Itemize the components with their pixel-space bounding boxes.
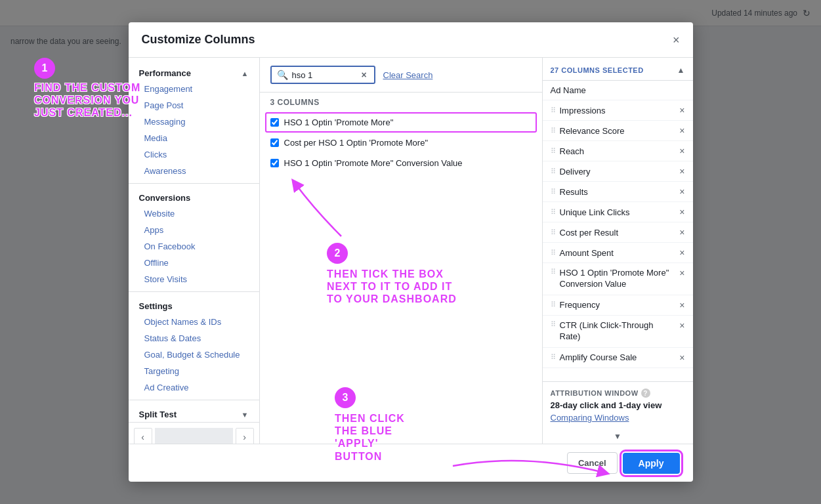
clear-search-button[interactable]: Clear Search bbox=[383, 70, 433, 80]
right-scroll-down: ▼ bbox=[543, 429, 693, 444]
drag-handle-amount-spent: ⠿ bbox=[551, 249, 556, 257]
right-item-unique-link-clicks: ⠿ Unique Link Clicks × bbox=[543, 202, 693, 222]
right-item-cost-per-result: ⠿ Cost per Result × bbox=[543, 222, 693, 243]
right-panel: 27 COLUMNS SELECTED ▲ Ad Name ⠿ Impressi… bbox=[542, 58, 693, 444]
nav-prev-button[interactable]: ‹ bbox=[134, 428, 152, 444]
remove-impressions-button[interactable]: × bbox=[679, 105, 684, 116]
remove-ctr-button[interactable]: × bbox=[679, 320, 684, 331]
remove-amplify-button[interactable]: × bbox=[679, 352, 684, 363]
comparing-windows-link[interactable]: Comparing Windows bbox=[551, 413, 629, 423]
remove-amount-spent-button[interactable]: × bbox=[679, 247, 684, 258]
column-label-1: HSO 1 Optin 'Promote More" bbox=[284, 117, 394, 127]
right-item-hso-conversion: ⠿ HSO 1 Optin 'Promote More" Conversion … bbox=[543, 263, 693, 295]
annotation-text-2: THEN TICK THE BOXNEXT TO IT TO ADD ITTO … bbox=[327, 268, 457, 306]
drag-handle-frequency: ⠿ bbox=[551, 301, 556, 309]
attribution-title: ATTRIBUTION WINDOW ? bbox=[551, 388, 685, 398]
section-header-conversions: Conversions bbox=[129, 188, 259, 205]
drag-handle-results: ⠿ bbox=[551, 188, 556, 196]
attribution-value: 28-day click and 1-day view bbox=[551, 400, 685, 410]
right-item-impressions: ⠿ Impressions × bbox=[543, 100, 693, 121]
nav-apps[interactable]: Apps bbox=[129, 222, 259, 238]
columns-count: 3 COLUMNS bbox=[260, 93, 542, 112]
annotation-text-3: THEN CLICKTHE BLUE'APPLY'BUTTON bbox=[335, 412, 405, 463]
column-label-3: HSO 1 Optin 'Promote More" Conversion Va… bbox=[284, 158, 463, 168]
right-item-name-ad-name: Ad Name bbox=[551, 85, 685, 95]
remove-frequency-button[interactable]: × bbox=[679, 300, 684, 310]
left-panel-nav: ‹ › bbox=[129, 422, 259, 444]
right-item-results: ⠿ Results × bbox=[543, 182, 693, 202]
right-item-name-ctr: CTR (Link Click-Through Rate) bbox=[560, 320, 676, 343]
nav-next-button[interactable]: › bbox=[236, 428, 254, 444]
column-item-2: Cost per HSO 1 Optin 'Promote More" bbox=[265, 133, 537, 153]
modal-body: Performance ▲ Engagement Page Post Messa… bbox=[129, 58, 693, 444]
search-box: 🔍 × bbox=[270, 66, 375, 84]
drag-handle-hso-conversion: ⠿ bbox=[551, 268, 556, 276]
columns-selected-label: 27 COLUMNS SELECTED bbox=[551, 66, 644, 74]
modal-title: Customize Columns bbox=[142, 33, 255, 47]
nav-ad-creative[interactable]: Ad Creative bbox=[129, 379, 259, 396]
nav-divider-3 bbox=[129, 400, 259, 400]
search-input[interactable] bbox=[292, 70, 358, 80]
remove-relevance-button[interactable]: × bbox=[679, 125, 684, 136]
nav-targeting[interactable]: Targeting bbox=[129, 363, 259, 379]
right-item-name-unique-link-clicks: Unique Link Clicks bbox=[560, 207, 676, 217]
remove-results-button[interactable]: × bbox=[679, 186, 684, 197]
nav-pages bbox=[155, 428, 233, 444]
remove-reach-button[interactable]: × bbox=[679, 146, 684, 156]
right-list: Ad Name ⠿ Impressions × ⠿ Relevance Scor… bbox=[543, 81, 693, 381]
nav-on-facebook[interactable]: On Facebook bbox=[129, 238, 259, 255]
drag-handle-unique-link-clicks: ⠿ bbox=[551, 208, 556, 217]
left-panel: Performance ▲ Engagement Page Post Messa… bbox=[129, 58, 260, 444]
drag-handle-cost-per-result: ⠿ bbox=[551, 228, 556, 237]
column-checkbox-2[interactable] bbox=[270, 138, 279, 147]
modal-close-button[interactable]: × bbox=[673, 34, 680, 46]
nav-website[interactable]: Website bbox=[129, 205, 259, 222]
nav-offline[interactable]: Offline bbox=[129, 255, 259, 271]
nav-messaging[interactable]: Messaging bbox=[129, 114, 259, 130]
nav-store-visits[interactable]: Store Visits bbox=[129, 271, 259, 287]
middle-panel: 🔍 × Clear Search 3 COLUMNS HSO 1 Optin '… bbox=[260, 58, 542, 444]
nav-awareness[interactable]: Awareness bbox=[129, 163, 259, 179]
drag-handle-ctr: ⠿ bbox=[551, 320, 556, 329]
right-item-name-reach: Reach bbox=[560, 146, 676, 156]
column-label-2: Cost per HSO 1 Optin 'Promote More" bbox=[284, 138, 429, 148]
nav-divider-1 bbox=[129, 183, 259, 184]
right-scroll-up-icon: ▲ bbox=[677, 66, 685, 75]
right-item-name-amplify: Amplify Course Sale bbox=[560, 352, 676, 362]
section-header-split-test: Split Test ▼ bbox=[129, 404, 259, 422]
right-item-amplify: ⠿ Amplify Course Sale × bbox=[543, 348, 693, 368]
remove-cost-per-result-button[interactable]: × bbox=[679, 227, 684, 238]
column-checkbox-3[interactable] bbox=[270, 159, 279, 167]
nav-media[interactable]: Media bbox=[129, 130, 259, 146]
section-header-performance: Performance ▲ bbox=[129, 63, 259, 81]
nav-object-names[interactable]: Object Names & IDs bbox=[129, 314, 259, 330]
right-item-name-cost-per-result: Cost per Result bbox=[560, 228, 676, 238]
nav-status-dates[interactable]: Status & Dates bbox=[129, 330, 259, 346]
right-item-name-amount-spent: Amount Spent bbox=[560, 248, 676, 258]
search-clear-icon[interactable]: × bbox=[362, 70, 367, 80]
annotation-text-1: FIND THE CUSTOMCONVERSION YOUJUST CREATE… bbox=[34, 81, 140, 119]
nav-goal-budget[interactable]: Goal, Budget & Schedule bbox=[129, 346, 259, 363]
right-item-name-results: Results bbox=[560, 187, 676, 197]
attribution-section: ATTRIBUTION WINDOW ? 28-day click and 1-… bbox=[543, 381, 693, 429]
remove-hso-conversion-button[interactable]: × bbox=[679, 268, 684, 278]
scroll-down-arrow: ▼ bbox=[242, 411, 249, 419]
annotation-circle-3: 3 bbox=[335, 387, 356, 408]
right-item-name-impressions: Impressions bbox=[560, 106, 676, 116]
remove-delivery-button[interactable]: × bbox=[679, 166, 684, 177]
section-header-settings: Settings bbox=[129, 296, 259, 314]
nav-engagement[interactable]: Engagement bbox=[129, 81, 259, 97]
modal-header: Customize Columns × bbox=[129, 22, 693, 58]
nav-page-post[interactable]: Page Post bbox=[129, 97, 259, 114]
modal-overlay: Customize Columns × Performance ▲ Engage… bbox=[0, 0, 821, 504]
nav-clicks[interactable]: Clicks bbox=[129, 146, 259, 163]
column-checkbox-1[interactable] bbox=[270, 118, 279, 127]
customize-columns-modal: Customize Columns × Performance ▲ Engage… bbox=[129, 22, 693, 482]
apply-button[interactable]: Apply bbox=[623, 453, 680, 474]
right-item-relevance: ⠿ Relevance Score × bbox=[543, 121, 693, 141]
remove-unique-link-clicks-button[interactable]: × bbox=[679, 207, 684, 217]
drag-handle-impressions: ⠿ bbox=[551, 106, 556, 115]
annotation-arrow-2 bbox=[282, 171, 361, 249]
annotation-circle-1: 1 bbox=[34, 58, 55, 79]
right-item-reach: ⠿ Reach × bbox=[543, 141, 693, 161]
